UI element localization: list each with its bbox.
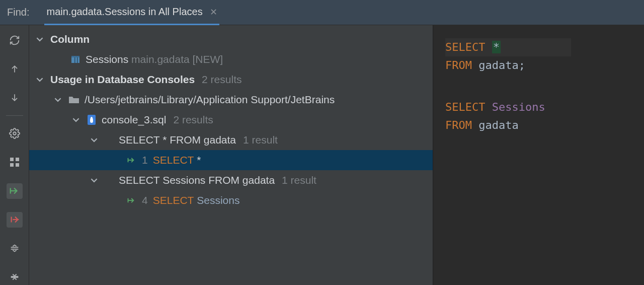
svg-rect-4 (16, 163, 19, 167)
tree-hit-2[interactable]: 4 SELECT Sessions (29, 190, 433, 210)
separator (6, 115, 23, 116)
hit-keyword: SELECT (153, 154, 194, 166)
svg-rect-1 (10, 158, 14, 161)
preview-line: SELECT * (445, 38, 571, 56)
find-tab-text: main.gadata.Sessions in All Places (46, 6, 202, 18)
preview-token: gadata; (478, 59, 525, 72)
hit-keyword: SELECT (153, 194, 194, 206)
preview-token: SELECT (445, 41, 485, 53)
chevron-down-icon (36, 36, 45, 43)
svg-rect-3 (10, 163, 14, 167)
expand-all-button[interactable] (7, 241, 23, 256)
tree-node-file[interactable]: console_3.sql 2 results (29, 110, 433, 130)
query-text: SELECT Sessions FROM gadata (119, 174, 275, 186)
preview-token: Sessions (492, 101, 545, 113)
preview-line: FROM gadata; (445, 56, 632, 75)
next-occurrence-button[interactable] (7, 90, 23, 105)
query-text: SELECT * FROM gadata (119, 134, 236, 146)
hit-rest: Sessions (197, 194, 239, 206)
result-count: 2 results (173, 114, 213, 126)
preview-line: SELECT Sessions (445, 98, 632, 116)
preview-blank (445, 75, 632, 98)
chevron-down-icon (54, 96, 63, 103)
read-access-icon (127, 156, 137, 164)
svg-rect-7 (74, 57, 75, 63)
chevron-down-icon (36, 76, 45, 83)
find-tab[interactable]: main.gadata.Sessions in All Places ✕ (44, 1, 219, 25)
preview-token: SELECT (445, 101, 485, 113)
preview-token: FROM (445, 119, 472, 131)
tree-hit-1[interactable]: 1 SELECT * (29, 150, 433, 170)
show-write-access-button[interactable] (7, 212, 23, 228)
preview-pane: SELECT * FROM gadata; SELECT Sessions FR… (433, 25, 644, 285)
column-icon (70, 54, 80, 64)
tree-node-column[interactable]: Column (29, 29, 433, 49)
tree-node-sessions[interactable]: Sessions main.gadata [NEW] (29, 49, 433, 69)
preview-line: FROM gadata (445, 116, 632, 134)
svg-point-0 (13, 132, 16, 135)
result-count: 1 result (282, 174, 316, 186)
prev-occurrence-button[interactable] (7, 61, 23, 77)
result-count: 2 results (202, 74, 242, 86)
chevron-down-icon (91, 177, 100, 184)
tree-node-label: Usage in Database Consoles (50, 74, 195, 86)
chevron-down-icon (72, 116, 82, 123)
svg-rect-2 (16, 158, 19, 161)
file-name: console_3.sql (102, 114, 166, 126)
line-number: 4 (142, 194, 148, 206)
svg-rect-6 (71, 56, 79, 57)
tree-node-query-2[interactable]: SELECT Sessions FROM gadata 1 result (29, 170, 433, 190)
close-icon[interactable]: ✕ (210, 7, 217, 18)
refresh-button[interactable] (7, 32, 23, 48)
sql-file-icon (87, 114, 97, 125)
column-name: Sessions (86, 53, 128, 65)
read-access-icon (127, 196, 137, 204)
preview-token: FROM (445, 59, 472, 72)
svg-rect-8 (77, 57, 78, 63)
result-count: 1 result (243, 134, 278, 146)
settings-button[interactable] (7, 126, 23, 141)
tree-node-consoles[interactable]: Usage in Database Consoles 2 results (29, 69, 433, 90)
toolbar (0, 25, 29, 285)
show-read-access-button[interactable] (7, 183, 23, 199)
line-number: 1 (142, 154, 148, 166)
column-schema: main.gadata (131, 53, 190, 65)
hit-rest: * (197, 154, 201, 166)
find-bar: Find: main.gadata.Sessions in All Places… (0, 0, 644, 25)
tree-node-label: Column (50, 33, 90, 45)
usages-tree[interactable]: Column Sessions main.gadata [NEW] (29, 25, 433, 285)
chevron-down-icon (91, 136, 100, 144)
find-label: Find: (7, 7, 29, 18)
column-badge: [NEW] (193, 53, 223, 65)
collapse-all-button[interactable] (7, 269, 23, 285)
tree-node-folder[interactable]: /Users/jetbrains/Library/Application Sup… (29, 90, 433, 110)
preview-token: gadata (478, 119, 518, 131)
folder-path: /Users/jetbrains/Library/Application Sup… (85, 94, 335, 106)
group-by-button[interactable] (7, 155, 23, 170)
folder-icon (68, 95, 79, 104)
tree-node-query-1[interactable]: SELECT * FROM gadata 1 result (29, 130, 433, 150)
preview-highlight: * (492, 41, 501, 53)
